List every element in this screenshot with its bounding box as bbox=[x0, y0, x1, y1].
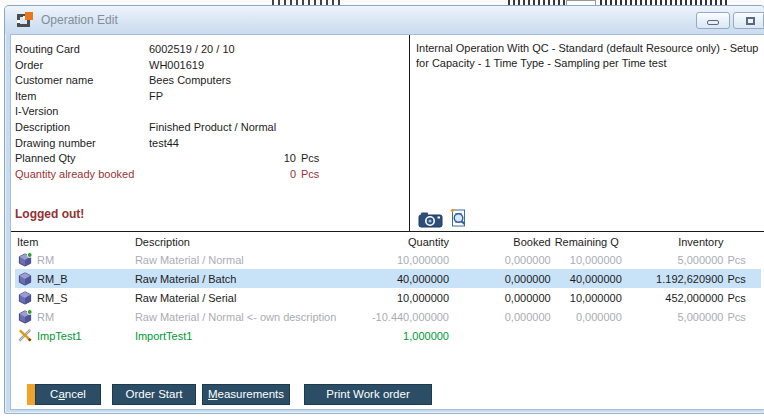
table-row[interactable]: RM Raw Material / Normal <- own descript… bbox=[15, 307, 761, 326]
booked-value: 0,000000 bbox=[451, 307, 553, 326]
table-row[interactable]: RM_S Raw Material / Serial 10,000000 0,0… bbox=[15, 288, 761, 307]
unit-label: Pcs bbox=[301, 168, 319, 180]
minimize-button[interactable] bbox=[696, 12, 730, 29]
screen: Operation Edit Routing Card6002519 / 20 … bbox=[0, 0, 764, 418]
maximize-icon bbox=[746, 17, 755, 25]
field-label: Description bbox=[15, 120, 149, 136]
maximize-button[interactable] bbox=[733, 12, 764, 29]
inventory-value: 5,000000 bbox=[624, 307, 726, 326]
vertical-divider bbox=[409, 35, 410, 231]
field-value: WH001619 bbox=[149, 59, 204, 71]
field-value: Finished Product / Normal bbox=[149, 121, 276, 133]
remaining-value: 0,000000 bbox=[553, 307, 624, 326]
item-code: RM bbox=[37, 311, 54, 323]
table-row[interactable]: RM Raw Material / Normal 10,000000 0,000… bbox=[15, 250, 761, 269]
inventory-value: 5,000000 bbox=[624, 250, 726, 269]
field-label: Routing Card bbox=[15, 42, 149, 58]
booked-value: 0,000000 bbox=[451, 288, 553, 307]
field-label: I-Version bbox=[15, 104, 149, 120]
field-label: Drawing number bbox=[15, 136, 149, 152]
print-work-order-button[interactable]: Print Work order bbox=[304, 384, 432, 405]
remaining-value: 40,000000 bbox=[553, 269, 624, 288]
minimize-icon bbox=[707, 20, 719, 25]
item-description: Raw Material / Serial bbox=[133, 288, 355, 307]
column-header-inventory[interactable]: Inventory bbox=[624, 234, 726, 250]
unit-label: Pcs bbox=[725, 250, 761, 269]
cube-green-dot-icon bbox=[17, 252, 33, 267]
item-description: ImportTest1 bbox=[133, 326, 355, 345]
field-value: 0 bbox=[149, 167, 296, 183]
cube-icon bbox=[17, 271, 33, 286]
titlebar[interactable]: Operation Edit bbox=[5, 6, 764, 34]
form-row: Planned Qty10Pcs bbox=[15, 151, 319, 167]
operation-edit-dialog: Operation Edit Routing Card6002519 / 20 … bbox=[4, 5, 764, 414]
table-row-selected[interactable]: RM_B Raw Material / Batch 40,000000 0,00… bbox=[15, 269, 761, 288]
unit-label: Pcs bbox=[301, 152, 319, 164]
field-label: Quantity already booked bbox=[15, 167, 149, 183]
field-label: Customer name bbox=[15, 73, 149, 89]
inventory-value: 452,000000 bbox=[624, 288, 726, 307]
item-code: RM bbox=[37, 254, 54, 266]
unit-label: Pcs bbox=[725, 307, 761, 326]
cube-green-dot-icon bbox=[17, 309, 33, 324]
table-header-row: Item Description Quantity Booked Remaini… bbox=[15, 234, 761, 250]
item-description: Raw Material / Normal bbox=[133, 250, 355, 269]
remaining-value: 10,000000 bbox=[553, 288, 624, 307]
form-row: ItemFP bbox=[15, 89, 319, 105]
form-row: DescriptionFinished Product / Normal bbox=[15, 120, 319, 136]
components-table: Item Description Quantity Booked Remaini… bbox=[15, 234, 761, 345]
remaining-value: 10,000000 bbox=[553, 250, 624, 269]
column-header-booked[interactable]: Booked bbox=[451, 234, 553, 250]
horizontal-divider bbox=[11, 231, 764, 232]
column-header-remaining[interactable]: Remaining Q bbox=[553, 234, 624, 250]
app-icon bbox=[17, 12, 33, 28]
document-preview-icon[interactable] bbox=[450, 209, 468, 230]
quantity-value: 40,000000 bbox=[354, 269, 451, 288]
measurements-button[interactable]: Measurements bbox=[202, 384, 290, 405]
order-start-button[interactable]: Order Start bbox=[112, 384, 196, 405]
field-label: Planned Qty bbox=[15, 151, 149, 167]
inventory-value: 1.192,620900 bbox=[624, 269, 726, 288]
column-header-item[interactable]: Item bbox=[15, 234, 133, 250]
table-row[interactable]: ImpTest1 ImportTest1 1,000000 bbox=[15, 326, 761, 345]
item-code: RM_S bbox=[37, 292, 68, 304]
unit-label: Pcs bbox=[725, 269, 761, 288]
cube-icon bbox=[17, 290, 33, 305]
form-row: I-Version bbox=[15, 104, 319, 120]
cancel-button[interactable]: Cancel bbox=[35, 384, 101, 405]
form-row: Quantity already booked0Pcs bbox=[15, 167, 319, 183]
form-row: Routing Card6002519 / 20 / 10 bbox=[15, 42, 319, 58]
column-header-description[interactable]: Description bbox=[133, 234, 355, 250]
camera-icon[interactable] bbox=[418, 211, 443, 230]
column-header-unit bbox=[725, 234, 761, 250]
field-value: Bees Computers bbox=[149, 74, 231, 86]
remaining-value bbox=[553, 326, 624, 345]
booked-value: 0,000000 bbox=[451, 250, 553, 269]
item-description: Raw Material / Normal <- own description bbox=[133, 307, 355, 326]
item-code: ImpTest1 bbox=[37, 330, 82, 342]
unit-label: Pcs bbox=[725, 288, 761, 307]
field-value: test44 bbox=[149, 137, 179, 149]
booked-value bbox=[451, 326, 553, 345]
focus-indicator-bar bbox=[27, 384, 35, 405]
field-label: Order bbox=[15, 58, 149, 74]
field-label: Item bbox=[15, 89, 149, 105]
quantity-value: 1,000000 bbox=[354, 326, 451, 345]
quantity-value: 10,000000 bbox=[354, 288, 451, 307]
form-row: Drawing numbertest44 bbox=[15, 136, 319, 152]
operation-description: Internal Operation With QC - Standard (d… bbox=[416, 41, 764, 71]
unit-label bbox=[725, 326, 761, 345]
item-code: RM_B bbox=[37, 273, 68, 285]
attachment-toolbar bbox=[418, 211, 468, 230]
tools-icon bbox=[17, 328, 33, 343]
form-row: OrderWH001619 bbox=[15, 58, 319, 74]
window-title: Operation Edit bbox=[41, 13, 118, 27]
logged-out-status: Logged out! bbox=[15, 207, 84, 221]
field-value: 6002519 / 20 / 10 bbox=[149, 43, 235, 55]
field-value: FP bbox=[149, 90, 163, 102]
dialog-content: Routing Card6002519 / 20 / 10 OrderWH001… bbox=[10, 34, 764, 410]
form-row: Customer nameBees Computers bbox=[15, 73, 319, 89]
item-description: Raw Material / Batch bbox=[133, 269, 355, 288]
column-header-quantity[interactable]: Quantity bbox=[354, 234, 451, 250]
quantity-value: -10.440,000000 bbox=[354, 307, 451, 326]
